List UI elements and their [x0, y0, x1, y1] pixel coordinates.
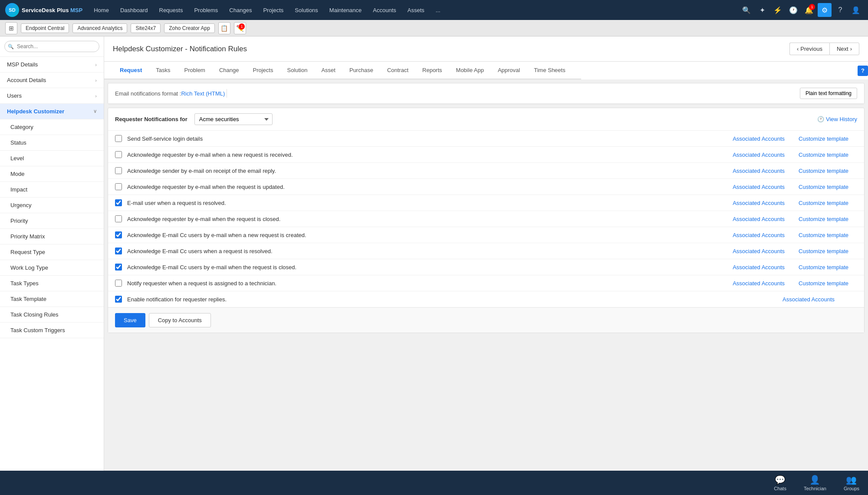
customize-template-link-10[interactable]: Customize template: [799, 280, 848, 287]
tab-tasks[interactable]: Tasks: [149, 62, 177, 79]
nav-projects[interactable]: Projects: [259, 5, 288, 15]
copy-to-accounts-button[interactable]: Copy to Accounts: [149, 313, 211, 327]
save-button[interactable]: Save: [115, 313, 145, 327]
community-icon-btn[interactable]: ✦: [755, 3, 769, 17]
previous-button[interactable]: ‹ Previous: [789, 43, 829, 55]
tab-mobile-app[interactable]: Mobile App: [449, 62, 491, 79]
associated-accounts-link-1[interactable]: Associated Accounts: [733, 135, 785, 142]
notification-checkbox-2[interactable]: [115, 151, 122, 158]
next-button[interactable]: Next ›: [829, 43, 859, 55]
notification-checkbox-4[interactable]: [115, 183, 122, 190]
associated-accounts-link-3[interactable]: Associated Accounts: [733, 168, 785, 174]
sidebar-item-worklog-type[interactable]: Work Log Type: [0, 260, 104, 276]
associated-accounts-link-10[interactable]: Associated Accounts: [733, 280, 785, 287]
search-input[interactable]: [4, 41, 99, 52]
tab-reports[interactable]: Reports: [415, 62, 449, 79]
tab-contract[interactable]: Contract: [380, 62, 415, 79]
sidebar-item-category[interactable]: Category: [0, 119, 104, 135]
notification-checkbox-11[interactable]: [115, 296, 122, 303]
tab-request[interactable]: Request: [113, 62, 149, 79]
site24x7-btn[interactable]: Site24x7: [131, 23, 161, 33]
customize-template-link-6[interactable]: Customize template: [799, 216, 848, 222]
associated-accounts-link-8[interactable]: Associated Accounts: [733, 248, 785, 254]
sidebar-item-task-custom-triggers[interactable]: Task Custom Triggers: [0, 323, 104, 338]
notification-checkbox-9[interactable]: [115, 264, 122, 271]
sidebar-item-priority[interactable]: Priority: [0, 213, 104, 229]
associated-accounts-link-2[interactable]: Associated Accounts: [733, 152, 785, 158]
notification-checkbox-10[interactable]: [115, 280, 122, 287]
sidebar-item-msp-details[interactable]: MSP Details ›: [0, 57, 104, 73]
account-selector[interactable]: Acme securities All Accounts: [194, 113, 273, 125]
sidebar-item-users[interactable]: Users ›: [0, 88, 104, 104]
notification-checkbox-7[interactable]: [115, 231, 122, 238]
associated-accounts-link-11[interactable]: Associated Accounts: [783, 296, 835, 303]
customize-template-link-8[interactable]: Customize template: [799, 248, 848, 254]
nav-problems[interactable]: Problems: [190, 5, 222, 15]
nav-changes[interactable]: Changes: [225, 5, 256, 15]
nav-requests[interactable]: Requests: [155, 5, 187, 15]
customize-template-link-5[interactable]: Customize template: [799, 200, 848, 206]
notification-checkbox-8[interactable]: [115, 248, 122, 254]
associated-accounts-link-6[interactable]: Associated Accounts: [733, 216, 785, 222]
sidebar-item-task-types[interactable]: Task Types: [0, 276, 104, 291]
associated-accounts-link-4[interactable]: Associated Accounts: [733, 184, 785, 190]
customize-template-link-4[interactable]: Customize template: [799, 184, 848, 190]
sidebar-item-account-details[interactable]: Account Details ›: [0, 73, 104, 88]
sidebar-item-impact[interactable]: Impact: [0, 182, 104, 198]
associated-accounts-link-9[interactable]: Associated Accounts: [733, 264, 785, 271]
app-logo[interactable]: SD ServiceDesk Plus MSP: [5, 3, 82, 17]
notification-checkbox-3[interactable]: [115, 167, 122, 174]
nav-assets[interactable]: Assets: [403, 5, 429, 15]
notifications-icon-btn[interactable]: 🔔 1: [802, 3, 816, 17]
customize-template-link-9[interactable]: Customize template: [799, 264, 848, 271]
associated-accounts-link-5[interactable]: Associated Accounts: [733, 200, 785, 206]
help-button[interactable]: ?: [858, 66, 868, 76]
notification-checkbox-5[interactable]: [115, 199, 122, 206]
plain-text-formatting-button[interactable]: Plain text formatting: [800, 88, 857, 99]
customize-template-link-3[interactable]: Customize template: [799, 168, 848, 174]
help-icon-btn[interactable]: ?: [833, 3, 847, 17]
dock-chats[interactable]: 💬 Chats: [774, 475, 786, 491]
search-icon-btn[interactable]: 🔍: [740, 3, 753, 17]
view-history-button[interactable]: 🕐 View History: [817, 116, 857, 122]
edit-notification-btn[interactable]: ✏️ 1: [234, 22, 246, 34]
nav-maintenance[interactable]: Maintenance: [325, 5, 366, 15]
profile-icon-btn[interactable]: 👤: [849, 3, 863, 17]
sidebar-item-priority-matrix[interactable]: Priority Matrix: [0, 229, 104, 244]
customize-template-link-1[interactable]: Customize template: [799, 135, 848, 142]
tab-problem[interactable]: Problem: [178, 62, 212, 79]
nav-home[interactable]: Home: [89, 5, 113, 15]
customize-template-link-7[interactable]: Customize template: [799, 232, 848, 238]
sidebar-item-mode[interactable]: Mode: [0, 166, 104, 182]
sidebar-item-request-type[interactable]: Request Type: [0, 244, 104, 260]
customize-template-link-2[interactable]: Customize template: [799, 152, 848, 158]
nav-dashboard[interactable]: Dashboard: [116, 5, 152, 15]
rich-text-link[interactable]: Rich Text (HTML): [181, 90, 225, 97]
nav-accounts[interactable]: Accounts: [368, 5, 400, 15]
flash-icon-btn[interactable]: ⚡: [771, 3, 785, 17]
sidebar-item-helpdesk-customizer[interactable]: Helpdesk Customizer ∨: [0, 104, 104, 119]
tab-projects[interactable]: Projects: [246, 62, 280, 79]
history-icon-btn[interactable]: 🕐: [786, 3, 800, 17]
tab-purchase[interactable]: Purchase: [342, 62, 380, 79]
tab-change[interactable]: Change: [212, 62, 246, 79]
sidebar-item-task-closing-rules[interactable]: Task Closing Rules: [0, 307, 104, 323]
notification-checkbox-1[interactable]: [115, 135, 122, 142]
clipboard-icon-btn[interactable]: 📋: [218, 22, 230, 34]
sidebar-item-urgency[interactable]: Urgency: [0, 198, 104, 213]
dock-groups[interactable]: 👥 Groups: [844, 475, 859, 491]
nav-more[interactable]: ...: [431, 5, 445, 15]
settings-icon-btn[interactable]: ⚙: [818, 3, 832, 17]
sidebar-item-task-template[interactable]: Task Template: [0, 291, 104, 307]
endpoint-central-btn[interactable]: Endpoint Central: [21, 23, 69, 33]
tab-solution[interactable]: Solution: [280, 62, 314, 79]
dashboard-quick-btn[interactable]: ⊞: [5, 22, 17, 34]
sidebar-item-status[interactable]: Status: [0, 135, 104, 151]
sidebar-item-level[interactable]: Level: [0, 151, 104, 166]
advanced-analytics-btn[interactable]: Advanced Analytics: [72, 23, 127, 33]
dock-technician[interactable]: 👤 Technician: [804, 475, 826, 491]
nav-solutions[interactable]: Solutions: [290, 5, 322, 15]
tab-time-sheets[interactable]: Time Sheets: [527, 62, 572, 79]
notification-checkbox-6[interactable]: [115, 215, 122, 222]
tab-approval[interactable]: Approval: [491, 62, 527, 79]
